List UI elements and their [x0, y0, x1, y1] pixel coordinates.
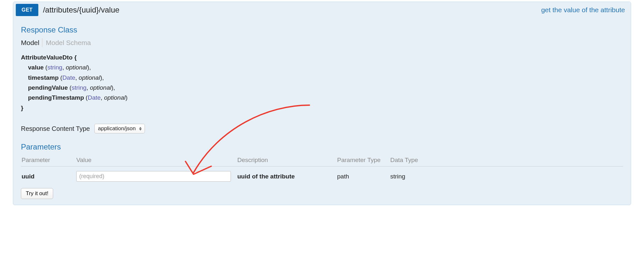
- prop-type: string: [47, 64, 62, 71]
- tab-model-schema[interactable]: Model Schema: [42, 38, 93, 47]
- prop-name: pendingTimestamp: [28, 94, 84, 101]
- response-class-title: Response Class: [21, 25, 623, 34]
- col-header-parameter: Parameter: [21, 155, 76, 167]
- response-content-type-label: Response Content Type: [21, 125, 90, 132]
- try-it-out-button[interactable]: Try it out!: [21, 188, 53, 199]
- endpoint-path[interactable]: /attributes/{uuid}/value: [41, 5, 119, 14]
- response-content-type-row: Response Content Type application/json: [21, 124, 623, 133]
- http-method-badge: GET: [16, 4, 38, 16]
- param-data-type: string: [390, 173, 405, 180]
- model-prop-row: pendingValue (string, optional),: [21, 83, 623, 93]
- prop-optional: optional: [66, 64, 87, 71]
- model-prop-row: pendingTimestamp (Date, optional): [21, 93, 623, 103]
- model-name: AttributeValueDto: [21, 54, 72, 61]
- parameters-title: Parameters: [21, 142, 623, 151]
- prop-name: timestamp: [28, 74, 59, 81]
- col-header-description: Description: [237, 155, 336, 167]
- brace-open: {: [72, 54, 77, 61]
- response-content-type-select[interactable]: application/json: [94, 124, 145, 133]
- model-definition: AttributeValueDto { value (string, optio…: [21, 52, 623, 113]
- prop-optional: optional: [90, 84, 111, 91]
- model-prop-row: value (string, optional),: [21, 62, 623, 72]
- prop-name: value: [28, 64, 44, 71]
- operation-panel: GET /attributes/{uuid}/value get the val…: [13, 2, 631, 205]
- parameters-table: Parameter Value Description Parameter Ty…: [21, 155, 623, 186]
- model-tabs: Model Model Schema: [21, 38, 623, 47]
- table-row: uuid uuid of the attribute path string: [21, 167, 623, 186]
- select-value: application/json: [98, 125, 136, 132]
- param-name: uuid: [22, 173, 34, 180]
- model-prop-row: timestamp (Date, optional),: [21, 73, 623, 83]
- prop-type: string: [71, 84, 86, 91]
- param-value-input[interactable]: [76, 171, 231, 182]
- prop-optional: optional: [79, 74, 100, 81]
- prop-type: Date: [62, 74, 75, 81]
- col-header-value: Value: [76, 155, 237, 167]
- tab-model[interactable]: Model: [21, 38, 42, 47]
- prop-type: Date: [88, 94, 100, 101]
- col-header-data-type: Data Type: [390, 155, 623, 167]
- param-type: path: [337, 173, 349, 180]
- brace-close: }: [21, 103, 623, 113]
- col-header-parameter-type: Parameter Type: [336, 155, 390, 167]
- operation-summary[interactable]: get the value of the attribute: [541, 6, 631, 14]
- chevron-up-down-icon: [138, 126, 143, 132]
- prop-name: pendingValue: [28, 84, 68, 91]
- param-description: uuid of the attribute: [237, 173, 295, 180]
- operation-body: Response Class Model Model Schema Attrib…: [13, 18, 631, 205]
- prop-optional: optional: [104, 94, 126, 101]
- operation-header[interactable]: GET /attributes/{uuid}/value get the val…: [13, 2, 631, 18]
